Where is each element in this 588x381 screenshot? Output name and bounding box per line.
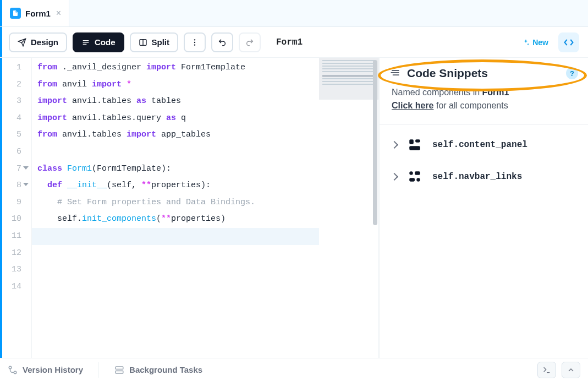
console-button[interactable]: [537, 362, 556, 378]
fold-icon[interactable]: [23, 166, 29, 170]
line-number: 9: [0, 194, 21, 211]
svg-point-17: [416, 178, 420, 182]
svg-rect-15: [415, 171, 420, 175]
line-number: 14: [0, 279, 21, 296]
code-line[interactable]: from anvil.tables import app_tables: [37, 127, 314, 144]
code-line[interactable]: [37, 262, 314, 279]
code-line[interactable]: [37, 279, 314, 296]
line-number: 7: [0, 161, 21, 178]
line-gutter: 1234567891011121314: [0, 58, 32, 358]
component-list: self.content_panelself.navbar_links: [380, 129, 588, 193]
panel-header: Code Snippets ?: [380, 67, 588, 88]
design-button[interactable]: Design: [9, 32, 67, 52]
code-line[interactable]: import anvil.tables as tables: [37, 93, 314, 110]
code-editor[interactable]: 1234567891011121314 from ._anvil_designe…: [0, 58, 379, 358]
version-history-button[interactable]: Version History: [8, 365, 83, 375]
fold-icon[interactable]: [23, 183, 29, 186]
split-label: Split: [152, 37, 170, 47]
code-line[interactable]: self.init_components(**properties): [37, 211, 314, 228]
version-history-label: Version History: [23, 365, 83, 374]
close-icon[interactable]: ×: [56, 8, 61, 18]
line-number: 3: [0, 93, 21, 110]
line-number: 12: [0, 245, 21, 262]
code-line[interactable]: [37, 245, 314, 262]
code-content[interactable]: from ._anvil_designer import Form1Templa…: [32, 58, 319, 358]
main-area: 1234567891011121314 from ._anvil_designe…: [0, 58, 588, 358]
bottom-bar: Version History Background Tasks: [0, 358, 588, 381]
svg-point-7: [194, 44, 195, 45]
svg-point-6: [194, 41, 195, 42]
undo-button[interactable]: [211, 32, 233, 52]
minimap[interactable]: [319, 58, 378, 358]
file-icon: [10, 8, 21, 19]
component-row[interactable]: self.navbar_links: [380, 161, 588, 193]
new-label: New: [532, 38, 548, 47]
line-number: 8: [0, 177, 21, 194]
code-snippets-panel: Code Snippets ? Named components in Form…: [379, 58, 588, 358]
view-toolbar: Design Code Split Form1 New: [0, 27, 588, 58]
line-number: 5: [0, 127, 21, 144]
svg-rect-16: [409, 178, 415, 182]
chevron-right-icon: [391, 173, 398, 181]
code-line[interactable]: from ._anvil_designer import Form1Templa…: [37, 59, 314, 77]
svg-rect-20: [116, 367, 123, 369]
sub-form-name: Form1: [482, 88, 509, 97]
redo-button[interactable]: [239, 32, 261, 52]
svg-rect-11: [409, 139, 414, 144]
line-number: 4: [0, 110, 21, 127]
dots-icon: [407, 170, 422, 184]
tab-bar: Form1 ×: [0, 0, 588, 27]
line-number: 10: [0, 211, 21, 228]
svg-point-14: [409, 171, 413, 175]
line-number: 6: [0, 144, 21, 161]
svg-rect-21: [116, 371, 123, 373]
line-number: 2: [0, 77, 21, 94]
form-name: Form1: [276, 37, 303, 47]
collapse-button[interactable]: [562, 362, 580, 378]
code-line[interactable]: def __init__(self, **properties):: [37, 177, 314, 194]
background-tasks-button[interactable]: Background Tasks: [114, 365, 202, 375]
component-row[interactable]: self.content_panel: [380, 129, 588, 161]
svg-rect-12: [415, 139, 420, 142]
line-number: 1: [0, 59, 21, 77]
divider: [98, 362, 99, 378]
sub-prefix: Named components in: [392, 88, 482, 97]
component-name: self.content_panel: [432, 140, 527, 150]
list-icon: [389, 67, 400, 80]
new-button[interactable]: New: [518, 35, 553, 50]
code-button[interactable]: Code: [73, 32, 124, 52]
code-line[interactable]: import anvil.tables.query as q: [37, 110, 314, 127]
design-label: Design: [31, 37, 58, 47]
more-button[interactable]: [184, 32, 206, 52]
component-name: self.navbar_links: [432, 172, 522, 182]
grid-icon: [407, 138, 422, 152]
background-tasks-label: Background Tasks: [129, 365, 202, 374]
help-icon[interactable]: ?: [566, 67, 578, 79]
all-components-link[interactable]: Click here: [392, 101, 433, 110]
minimap-content: [322, 60, 375, 99]
code-label: Code: [95, 37, 116, 47]
svg-point-5: [194, 39, 195, 40]
split-button[interactable]: Split: [130, 32, 179, 52]
panel-subheader: Named components in Form1 Click here for…: [380, 88, 588, 124]
toolbar-right: New: [518, 32, 579, 52]
code-line[interactable]: [37, 144, 314, 161]
code-line[interactable]: # Set Form properties and Data Bindings.: [37, 194, 314, 211]
chevron-right-icon: [391, 141, 398, 149]
svg-rect-13: [409, 146, 420, 150]
code-line[interactable]: class Form1(Form1Template):: [37, 161, 314, 178]
line-number: 13: [0, 262, 21, 279]
svg-point-18: [9, 366, 12, 369]
panel-title: Code Snippets: [407, 67, 488, 80]
tab-title: Form1: [25, 9, 51, 18]
code-panel-toggle[interactable]: [558, 32, 579, 52]
code-line[interactable]: from anvil import *: [37, 77, 314, 94]
line-number: 11: [0, 228, 21, 245]
svg-point-19: [14, 371, 17, 374]
file-tab[interactable]: Form1 ×: [2, 0, 69, 26]
editor-scrollbar[interactable]: [373, 60, 377, 225]
divider: [380, 124, 588, 124]
link-suffix: for all components: [433, 101, 508, 110]
